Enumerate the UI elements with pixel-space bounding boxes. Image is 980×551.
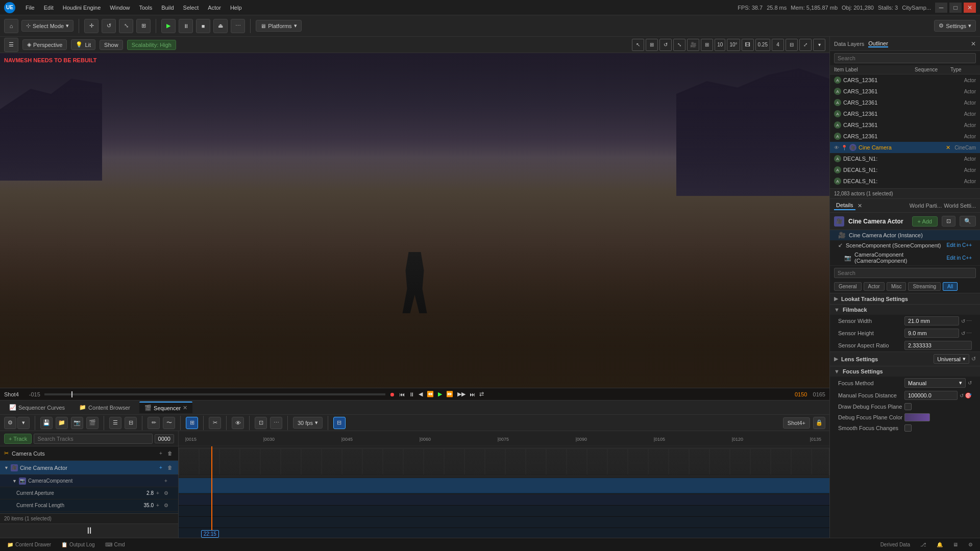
settings-button[interactable]: ⚙ Settings ▾: [934, 20, 976, 32]
smooth-focus-checkbox[interactable]: [904, 424, 912, 432]
scrubber-handle[interactable]: [71, 391, 72, 397]
outliner-item-decals-2[interactable]: A DECALS_N1: Actor: [830, 176, 980, 187]
lens-dropdown[interactable]: Universal ▾: [934, 354, 969, 364]
seq-curve-button[interactable]: 〜: [163, 417, 175, 429]
minimize-button[interactable]: ─: [935, 3, 947, 13]
cine-camera-actor-track[interactable]: ▼ 🎥 Cine Camera Actor + 🗑: [0, 461, 178, 475]
camera-component-subtrack[interactable]: ▼ 📷 CameraComponent +: [0, 475, 178, 487]
scene-component-row[interactable]: ↙ SceneComponent (SceneComponent) Edit i…: [830, 240, 980, 250]
outliner-item-cine-camera[interactable]: 👁 📍 🎥 Cine Camera ✕ CineCam: [830, 142, 980, 153]
pause-button[interactable]: ⏸: [179, 19, 193, 33]
select-mode-button[interactable]: ⊹ Select Mode ▾: [21, 20, 74, 32]
seq-eye-button[interactable]: 👁: [232, 417, 244, 429]
menu-select[interactable]: Select: [179, 3, 203, 13]
perspective-button[interactable]: ◈ Perspective: [22, 39, 67, 50]
lookat-tracking-header[interactable]: ▶ Lookat Tracking Settings: [830, 293, 980, 304]
world-parti-tab[interactable]: World Parti...: [910, 203, 942, 209]
aperture-add-key-button[interactable]: +: [154, 489, 162, 497]
transport-next-key[interactable]: ⏭: [470, 391, 475, 397]
aperture-options-button[interactable]: ⚙: [162, 489, 170, 497]
seq-scissors-button[interactable]: ✂: [209, 417, 221, 429]
cine-camera-delete-button[interactable]: 🗑: [166, 464, 174, 472]
platform-button[interactable]: 🖥: [950, 541, 961, 548]
menu-tools[interactable]: Tools: [135, 3, 156, 13]
menu-houdini[interactable]: Houdini Engine: [59, 3, 105, 13]
cine-camera-timeline-track[interactable]: [179, 478, 829, 493]
add-component-button[interactable]: + Add: [912, 216, 938, 227]
select-tool-button[interactable]: ↖: [632, 39, 644, 51]
focal-length-add-key-button[interactable]: +: [154, 502, 162, 510]
draw-debug-checkbox[interactable]: [904, 403, 912, 410]
camera-cuts-track[interactable]: ✂ Camera Cuts + 🗑: [0, 446, 178, 461]
content-drawer-button[interactable]: 📁 Content Drawer: [4, 541, 54, 548]
transform-rotate-button[interactable]: ↺: [102, 19, 116, 33]
timeline-content-area[interactable]: 22:15: [179, 446, 829, 538]
cine-camera-add-button[interactable]: +: [157, 464, 165, 472]
viewport[interactable]: NAVMESH NEEDS TO BE REBUILT Shot4 -015 ⏺…: [0, 53, 829, 400]
details-search-input[interactable]: [834, 268, 976, 278]
camera-settings-button[interactable]: 🎞: [742, 39, 754, 51]
output-log-button[interactable]: 📋 Output Log: [58, 541, 97, 548]
viewport-options-button[interactable]: ▾: [813, 39, 825, 51]
camera-edit-cpp-link[interactable]: Edit in C++: [947, 255, 972, 261]
blueprint-button[interactable]: ⊡: [942, 216, 955, 227]
seq-filter-button[interactable]: ⊡: [255, 417, 267, 429]
view-options-button[interactable]: ⊟: [786, 39, 798, 51]
transport-prev-key[interactable]: ⏮: [399, 391, 405, 397]
tab-general[interactable]: General: [834, 282, 862, 291]
eject-button[interactable]: ⏏: [213, 19, 228, 33]
menu-edit[interactable]: Edit: [40, 3, 58, 13]
stop-button[interactable]: ■: [196, 19, 210, 33]
add-track-button[interactable]: + Track: [4, 434, 32, 444]
close-button[interactable]: ✕: [964, 3, 976, 13]
seq-snap-button[interactable]: ⊞: [186, 417, 198, 429]
focus-pick-button[interactable]: 🎯: [965, 392, 972, 399]
seq-lock-button[interactable]: 🔒: [813, 417, 825, 429]
outliner-item-decals-1[interactable]: A DECALS_N1: Actor: [830, 164, 980, 176]
filmback-header[interactable]: ▼ Filmback: [830, 304, 980, 315]
right-panel-close-button[interactable]: ✕: [971, 40, 976, 47]
focus-method-dropdown[interactable]: Manual ▾: [904, 378, 966, 388]
seq-settings-button[interactable]: ⚙: [4, 417, 16, 429]
camera-cuts-delete-button[interactable]: 🗑: [166, 449, 174, 458]
tab-content-browser[interactable]: 📁 Content Browser: [74, 402, 135, 413]
transport-step-back[interactable]: ◀: [419, 391, 423, 397]
sensor-width-options-button[interactable]: ⋯: [966, 318, 972, 324]
manual-focus-reset-button[interactable]: ↺: [960, 393, 964, 398]
outliner-tab[interactable]: Outliner: [868, 40, 888, 47]
camera-speed-button[interactable]: 🎥: [687, 39, 699, 51]
seq-list-button[interactable]: ☰: [109, 417, 121, 429]
outliner-item-3[interactable]: A CARS_12361 Actor: [830, 108, 980, 119]
seq-folder-button[interactable]: 📁: [56, 417, 68, 429]
viewport-menu-button[interactable]: ☰: [4, 38, 18, 52]
timeline-playhead[interactable]: [211, 446, 212, 538]
record-button[interactable]: ⏺: [389, 391, 395, 397]
outliner-item-1[interactable]: A CARS_12361 Actor: [830, 86, 980, 97]
fov-btn[interactable]: 4: [772, 39, 784, 51]
sensor-width-input[interactable]: 21.0 mm: [904, 316, 959, 325]
data-layers-tab[interactable]: Data Layers: [834, 41, 864, 47]
transform-translate-button[interactable]: ✛: [84, 19, 99, 33]
seq-options-button[interactable]: ⋯: [270, 417, 282, 429]
world-setti-tab[interactable]: World Setti...: [944, 203, 976, 209]
notifications-button[interactable]: 🔔: [934, 541, 946, 548]
seq-render-button[interactable]: 🎬: [86, 417, 99, 429]
transport-next[interactable]: ⏩: [446, 391, 453, 397]
outliner-item-0[interactable]: A CARS_12361 Actor: [830, 74, 980, 86]
seq-timeline-button[interactable]: ⊟: [125, 417, 137, 429]
show-button[interactable]: Show: [100, 40, 123, 50]
play-pause-button[interactable]: ⏸: [83, 525, 95, 537]
camera-component-add-button[interactable]: +: [162, 477, 170, 485]
details-close-button[interactable]: ✕: [857, 203, 862, 209]
focal-length-subtrack[interactable]: Current Focal Length 35.0 + ⚙: [0, 499, 178, 512]
sensor-height-reset-button[interactable]: ↺: [961, 331, 965, 336]
camera-cuts-add-button[interactable]: +: [157, 449, 165, 458]
debug-plane-color-swatch[interactable]: [904, 413, 930, 421]
rotate-snap-button[interactable]: ↺: [659, 39, 672, 51]
transport-pause[interactable]: ⏸: [409, 391, 414, 397]
focal-length-options-button[interactable]: ⚙: [162, 502, 170, 510]
maximize-viewport-button[interactable]: ⤢: [799, 39, 812, 51]
transport-step-fwd[interactable]: ▶▶: [457, 391, 465, 397]
play-button[interactable]: ▶: [161, 19, 176, 33]
source-control-button[interactable]: ⎇: [917, 541, 929, 548]
